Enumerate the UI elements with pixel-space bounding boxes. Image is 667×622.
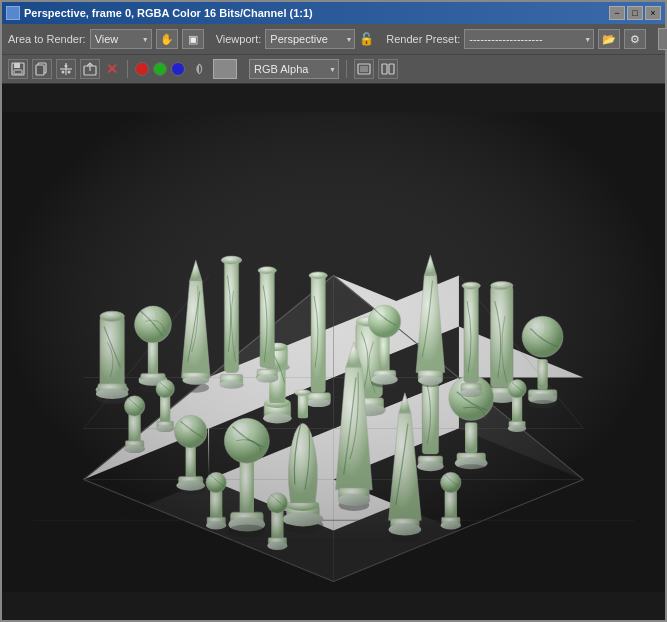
svg-point-182: [460, 389, 482, 397]
svg-point-60: [221, 256, 241, 264]
copy-render-button[interactable]: [32, 59, 52, 79]
close-button[interactable]: ×: [645, 6, 661, 20]
minimize-button[interactable]: −: [609, 6, 625, 20]
viewport-group: Viewport: Perspective Top Front Right 🔓: [216, 29, 375, 49]
svg-rect-13: [360, 66, 368, 72]
area-to-render-wrapper: View Camera Object Region: [90, 29, 152, 49]
render-preset-select[interactable]: --------------------: [464, 29, 594, 49]
render-section: Render Production Preview Draft: [658, 28, 667, 50]
svg-point-97: [233, 422, 249, 442]
view-split-button[interactable]: [378, 59, 398, 79]
view-full-button[interactable]: [354, 59, 374, 79]
svg-rect-138: [160, 395, 170, 424]
main-window: Perspective, frame 0, RGBA Color 16 Bits…: [0, 0, 667, 622]
svg-rect-4: [36, 65, 44, 75]
svg-point-180: [462, 282, 480, 289]
export-button[interactable]: [80, 59, 100, 79]
svg-point-62: [219, 381, 243, 389]
svg-point-68: [528, 400, 557, 408]
svg-point-103: [295, 390, 311, 396]
svg-point-42: [100, 311, 124, 321]
svg-point-172: [375, 306, 385, 320]
svg-point-115: [182, 418, 192, 432]
area-to-render-group: Area to Render: View Camera Object Regio…: [8, 29, 204, 49]
svg-point-150: [206, 472, 226, 492]
preset-settings-button[interactable]: ⚙: [624, 29, 646, 49]
svg-point-120: [417, 461, 444, 471]
split-view-button[interactable]: [189, 59, 209, 79]
svg-rect-65: [538, 359, 548, 390]
svg-point-52: [143, 308, 155, 324]
svg-point-7: [65, 65, 68, 68]
svg-point-145: [508, 380, 526, 398]
svg-point-45: [96, 389, 129, 399]
render-preset-label: Render Preset:: [386, 33, 460, 45]
toolbar-row2: ✕ RGB Alpha R G B: [2, 55, 665, 84]
title-bar-title: Perspective, frame 0, RGBA Color 16 Bits…: [6, 6, 313, 20]
hand-tool-button[interactable]: ✋: [156, 29, 178, 49]
render-canvas: [2, 84, 665, 620]
svg-point-161: [441, 521, 461, 529]
svg-point-135: [124, 396, 144, 416]
svg-point-156: [267, 542, 287, 550]
svg-rect-15: [389, 64, 394, 74]
svg-rect-168: [379, 334, 389, 373]
adjust-button[interactable]: [56, 59, 76, 79]
svg-rect-93: [240, 459, 254, 520]
close-render-button[interactable]: ✕: [104, 59, 120, 79]
svg-rect-153: [271, 510, 283, 541]
viewport-select[interactable]: Perspective Top Front Right: [265, 29, 355, 49]
svg-point-155: [267, 493, 287, 513]
svg-point-109: [338, 494, 371, 506]
svg-rect-143: [512, 395, 522, 424]
channel-select-wrapper: RGB Alpha R G B Alpha: [249, 59, 339, 79]
green-channel-dot[interactable]: [153, 62, 167, 76]
svg-point-164: [258, 267, 276, 274]
display-mode-button[interactable]: [213, 59, 237, 79]
render-preset-group: Render Preset: -------------------- 📂 ⚙: [386, 29, 646, 49]
channel-select[interactable]: RGB Alpha R G B Alpha: [249, 59, 339, 79]
area-to-render-label: Area to Render:: [8, 33, 86, 45]
svg-point-114: [174, 415, 207, 448]
preset-load-button[interactable]: 📂: [598, 29, 620, 49]
separator-1: [127, 60, 128, 78]
svg-point-177: [418, 376, 442, 385]
svg-point-64: [530, 319, 544, 337]
svg-rect-102: [298, 393, 308, 419]
svg-rect-111: [186, 444, 196, 480]
svg-point-136: [124, 445, 144, 453]
render-preset-wrapper: --------------------: [464, 29, 594, 49]
viewport-wrapper: Perspective Top Front Right: [265, 29, 355, 49]
svg-point-8: [62, 71, 65, 74]
region-button[interactable]: ▣: [182, 29, 204, 49]
svg-rect-123: [465, 422, 477, 453]
svg-rect-148: [210, 490, 222, 521]
svg-rect-2: [14, 70, 22, 74]
lock-icon: 🔓: [359, 32, 374, 46]
svg-point-86: [306, 399, 330, 407]
save-render-button[interactable]: [8, 59, 28, 79]
maximize-button[interactable]: □: [627, 6, 643, 20]
svg-rect-1: [14, 63, 20, 68]
toolbar-area: Area to Render: View Camera Object Regio…: [2, 24, 665, 84]
svg-point-126: [455, 464, 488, 474]
title-bar: Perspective, frame 0, RGBA Color 16 Bits…: [2, 2, 665, 24]
blue-channel-dot[interactable]: [171, 62, 185, 76]
window-title: Perspective, frame 0, RGBA Color 16 Bits…: [24, 7, 313, 19]
svg-point-81: [263, 413, 292, 423]
red-channel-dot[interactable]: [135, 62, 149, 76]
svg-point-170: [371, 374, 398, 384]
app-icon: [6, 6, 20, 20]
svg-rect-14: [382, 64, 387, 74]
title-bar-controls: − □ ×: [609, 6, 661, 20]
svg-point-84: [309, 272, 327, 279]
svg-point-141: [156, 425, 174, 432]
svg-point-96: [224, 418, 269, 463]
svg-point-104: [283, 512, 324, 526]
viewport-label: Viewport:: [216, 33, 262, 45]
svg-point-166: [256, 374, 278, 382]
render-area: [2, 84, 665, 620]
render-button[interactable]: Render: [658, 28, 667, 50]
svg-point-160: [441, 472, 461, 492]
area-to-render-select[interactable]: View Camera Object Region: [90, 29, 152, 49]
